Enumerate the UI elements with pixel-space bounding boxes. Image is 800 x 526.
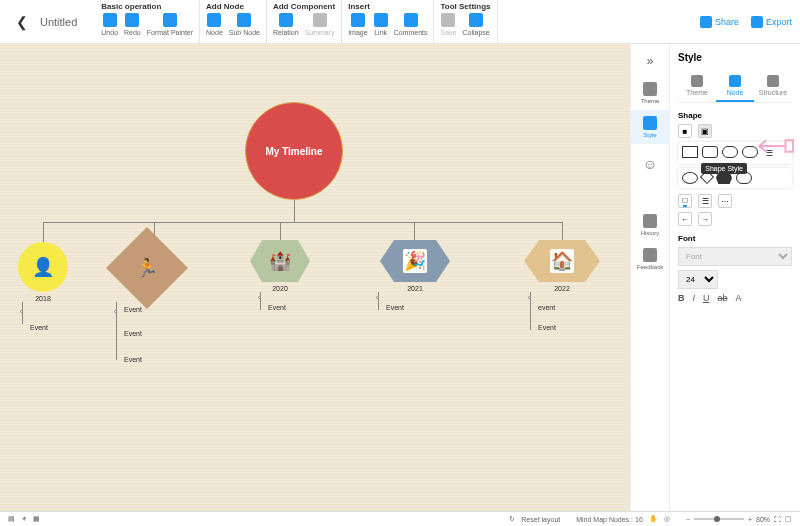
rail-history[interactable]: History (631, 208, 669, 242)
group-title: Insert (348, 0, 427, 13)
image-button[interactable]: Image (348, 13, 367, 36)
rail-feedback[interactable]: Feedback (631, 242, 669, 276)
bucket-icon: ■ (683, 127, 688, 136)
event-tick (528, 296, 531, 299)
link-button[interactable]: Link (374, 13, 388, 36)
group-title: Tool Settings (440, 0, 490, 13)
nodes-count-label: Mind Map Nodes : 16 (576, 516, 643, 523)
redo-icon (125, 13, 139, 27)
fullscreen-button[interactable]: ⛶ (774, 516, 781, 523)
share-button[interactable]: Share (700, 16, 739, 28)
document-title[interactable]: Untitled (40, 16, 77, 28)
event-tick (376, 296, 379, 299)
indent-button[interactable]: → (698, 212, 712, 226)
event-node[interactable]: event (538, 304, 555, 311)
shape-ellipse[interactable] (682, 172, 698, 184)
shape-style-tooltip: Shape Style (701, 163, 747, 174)
event-node[interactable]: Event (124, 306, 142, 313)
connector (43, 222, 44, 242)
export-button[interactable]: Export (751, 16, 792, 28)
event-node[interactable]: Event (538, 324, 556, 331)
font-color-button[interactable]: A (736, 293, 742, 303)
connector (260, 292, 261, 310)
node-2019[interactable]: 🏃 2019 (118, 239, 176, 298)
comments-button[interactable]: Comments (394, 13, 428, 36)
castle-icon: 🏰 (269, 250, 291, 272)
tab-node[interactable]: Node (716, 71, 754, 102)
shape-pill[interactable] (742, 146, 758, 158)
bold-button[interactable]: B (678, 293, 685, 303)
node-button[interactable]: Node (206, 13, 223, 36)
font-family-select[interactable]: Font (678, 247, 792, 266)
summary-button[interactable]: Summary (305, 13, 335, 36)
reset-layout-icon[interactable]: ↻ (509, 515, 515, 523)
event-node[interactable]: Event (30, 324, 48, 331)
reset-layout-button[interactable]: Reset layout (521, 516, 560, 523)
view-grid-icon[interactable]: ▦ (33, 515, 40, 523)
node-icon (207, 13, 221, 27)
zoom-slider[interactable] (694, 518, 744, 520)
line-dash-button[interactable]: ⋯ (718, 194, 732, 208)
connector (378, 292, 379, 310)
view-sun-icon[interactable]: ☀ (21, 515, 27, 523)
sub-node-button[interactable]: Sub Node (229, 13, 260, 36)
target-icon[interactable]: ◎ (664, 515, 670, 523)
canvas[interactable]: My Timeline 👤 2018 🏃 2019 🏰 2020 🎉 2021 … (0, 44, 630, 511)
outdent-button[interactable]: ← (678, 212, 692, 226)
node-2018[interactable]: 👤 2018 (18, 242, 68, 302)
shape-rounded[interactable] (722, 146, 738, 158)
tab-structure[interactable]: Structure (754, 71, 792, 102)
underline-button[interactable]: U (703, 293, 710, 303)
palette-icon (643, 116, 657, 130)
runner-icon: 🏃 (136, 257, 158, 279)
tab-theme[interactable]: Theme (678, 71, 716, 102)
undo-icon (103, 13, 117, 27)
node-2021[interactable]: 🎉 2021 (380, 240, 450, 292)
node-2020[interactable]: 🏰 2020 (250, 240, 310, 292)
rail-theme[interactable]: Theme (631, 76, 669, 110)
save-button[interactable]: Save (440, 13, 456, 36)
style-panel: Style Theme Node Structure Shape ■ ▣ ☰ □… (670, 44, 800, 511)
fit-button[interactable]: ▢ (785, 515, 792, 523)
rail-emoji[interactable]: ☺ (631, 150, 669, 178)
font-size-select[interactable]: 24 (678, 270, 718, 289)
image-icon: ▣ (701, 127, 709, 136)
root-node[interactable]: My Timeline (245, 102, 343, 200)
export-icon (751, 16, 763, 28)
shirt-icon (643, 82, 657, 96)
view-list-icon[interactable]: ▤ (8, 515, 15, 523)
strikethrough-button[interactable]: ab (718, 293, 728, 303)
font-section-label: Font (678, 234, 792, 243)
shape-rect[interactable] (682, 146, 698, 158)
hand-icon[interactable]: ✋ (649, 515, 658, 523)
event-node[interactable]: Event (124, 356, 142, 363)
format-painter-button[interactable]: Format Painter (147, 13, 193, 36)
back-button[interactable]: ❮ (8, 10, 36, 34)
event-tick (20, 310, 23, 313)
collapse-panel-button[interactable]: » (647, 54, 654, 68)
group-tool-settings: Tool Settings Save Collapse (434, 0, 497, 43)
italic-button[interactable]: I (693, 293, 696, 303)
shape-style-button[interactable]: ▣ (698, 124, 712, 138)
side-rail: » Theme Style ☺ History Feedback (630, 44, 670, 511)
connector (280, 222, 281, 242)
node-2022[interactable]: 🏠 2022 (524, 240, 600, 292)
collapse-button[interactable]: Collapse (462, 13, 489, 36)
zoom-in-button[interactable]: + (748, 516, 752, 523)
event-node[interactable]: Event (124, 330, 142, 337)
line-weight-button[interactable]: ☰ (698, 194, 712, 208)
structure-icon (767, 75, 779, 87)
event-node[interactable]: Event (268, 304, 286, 311)
sub-node-icon (237, 13, 251, 27)
redo-button[interactable]: Redo (124, 13, 141, 36)
event-tick (258, 296, 261, 299)
comments-icon (404, 13, 418, 27)
fill-color-button[interactable]: ■ (678, 124, 692, 138)
event-node[interactable]: Event (386, 304, 404, 311)
zoom-out-button[interactable]: − (686, 516, 690, 523)
border-color-button[interactable]: □ (678, 194, 692, 208)
shape-rrect[interactable] (702, 146, 718, 158)
relation-button[interactable]: Relation (273, 13, 299, 36)
undo-button[interactable]: Undo (101, 13, 118, 36)
rail-style[interactable]: Style (631, 110, 669, 144)
